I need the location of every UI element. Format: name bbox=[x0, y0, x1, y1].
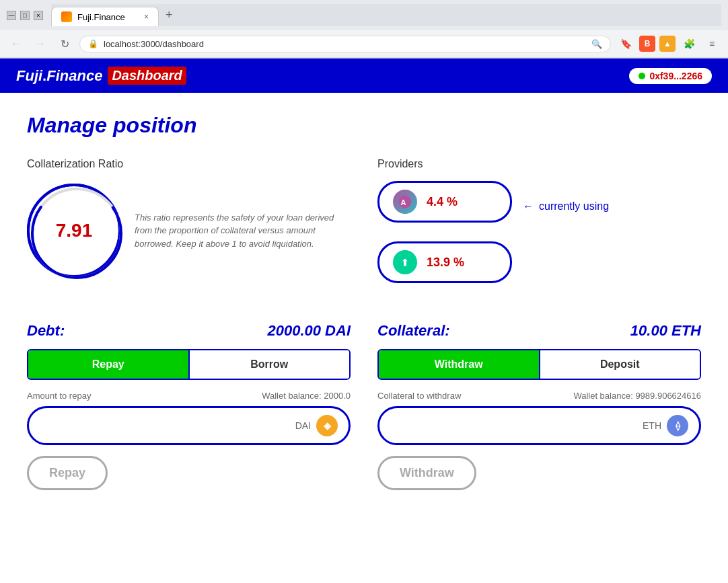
providers-label: Providers bbox=[377, 158, 701, 170]
eth-symbol: ETH bbox=[643, 420, 661, 431]
tab-title: Fuji.Finance bbox=[77, 12, 125, 22]
collateral-section: Collateral: 10.00 ETH Withdraw Deposit C… bbox=[377, 322, 701, 490]
search-icon: 🔍 bbox=[591, 39, 602, 49]
address-text: localhost:3000/dashboard bbox=[104, 39, 586, 49]
ratio-section: 7.91 This ratio represents the safety of… bbox=[27, 184, 351, 278]
new-tab-button[interactable]: + bbox=[159, 4, 180, 26]
compound-logo-svg bbox=[398, 255, 412, 270]
currently-using-arrow: ← bbox=[523, 200, 534, 212]
collateral-value: 10.00 ETH bbox=[630, 322, 701, 340]
collateral-toggle-group: Withdraw Deposit bbox=[377, 349, 701, 380]
provider-row-compound: 13.9 % bbox=[377, 241, 701, 293]
currently-using-indicator: ← currently using bbox=[523, 200, 609, 212]
app-logo: Fuji.Finance Dashboard bbox=[16, 67, 186, 85]
wallet-badge[interactable]: 0xf39...2266 bbox=[629, 68, 712, 84]
main-content: Manage position Collaterization Ratio 7.… bbox=[0, 93, 728, 510]
debt-header: Debt: 2000.00 DAI bbox=[27, 322, 351, 340]
brave-alert-icon[interactable]: ▲ bbox=[659, 36, 676, 52]
maximize-button[interactable]: □ bbox=[20, 11, 30, 20]
window-controls: — □ × bbox=[7, 11, 43, 20]
browser-chrome: — □ × Fuji.Finance × + ← → ↻ 🔒 localhost… bbox=[0, 0, 728, 59]
forward-button[interactable]: → bbox=[31, 34, 50, 53]
debt-amount-input[interactable] bbox=[40, 420, 295, 432]
ratio-gauge-svg bbox=[23, 180, 131, 287]
debt-section: Debt: 2000.00 DAI Repay Borrow Amount to… bbox=[27, 322, 351, 490]
collateral-label: Collateral: bbox=[377, 322, 450, 340]
ratio-description: This ratio represents the safety of your… bbox=[135, 211, 351, 251]
bookmark-button[interactable]: 🔖 bbox=[616, 34, 635, 53]
reload-button[interactable]: ↻ bbox=[55, 34, 74, 53]
collateral-input-wrapper[interactable]: ETH ⟠ bbox=[377, 406, 701, 445]
svg-text:A: A bbox=[401, 198, 406, 206]
logo-dashboard: Dashboard bbox=[108, 67, 186, 85]
top-grid: Collaterization Ratio 7.91 This ratio re… bbox=[27, 158, 701, 302]
nav-bar: ← → ↻ 🔒 localhost:3000/dashboard 🔍 🔖 B ▲… bbox=[0, 30, 728, 58]
collateral-wallet-balance: Wallet balance: 9989.906624616 bbox=[573, 391, 701, 401]
aave-rate: 4.4 % bbox=[427, 195, 458, 209]
minimize-button[interactable]: — bbox=[7, 11, 16, 20]
providers-section: Providers A 4.4 % ← currently using bbox=[377, 158, 701, 302]
active-tab[interactable]: Fuji.Finance × bbox=[51, 7, 159, 26]
withdraw-action-button[interactable]: Withdraw bbox=[377, 456, 476, 490]
eth-icon: ⟠ bbox=[667, 415, 688, 436]
compound-rate: 13.9 % bbox=[427, 256, 464, 270]
provider-card-aave[interactable]: A 4.4 % bbox=[377, 181, 512, 223]
menu-button[interactable]: ≡ bbox=[702, 34, 721, 53]
debt-toggle-group: Repay Borrow bbox=[27, 349, 351, 380]
collateral-input-labels: Collateral to withdraw Wallet balance: 9… bbox=[377, 391, 701, 401]
page-title: Manage position bbox=[27, 113, 701, 138]
borrow-button[interactable]: Borrow bbox=[188, 350, 350, 379]
tab-close-button[interactable]: × bbox=[144, 12, 149, 22]
brave-shield-icon[interactable]: B bbox=[639, 36, 655, 52]
provider-card-compound[interactable]: 13.9 % bbox=[377, 241, 512, 283]
nav-icons: 🔖 B ▲ 🧩 ≡ bbox=[616, 34, 721, 53]
address-bar[interactable]: 🔒 localhost:3000/dashboard 🔍 bbox=[79, 36, 611, 52]
debt-wallet-balance: Wallet balance: 2000.0 bbox=[262, 391, 351, 401]
wallet-address: 0xf39...2266 bbox=[649, 71, 702, 81]
app-header: Fuji.Finance Dashboard 0xf39...2266 bbox=[0, 59, 728, 93]
back-button[interactable]: ← bbox=[7, 34, 26, 53]
debt-input-wrapper[interactable]: DAI ◈ bbox=[27, 406, 351, 445]
repay-button[interactable]: Repay bbox=[28, 350, 188, 379]
debt-input-labels: Amount to repay Wallet balance: 2000.0 bbox=[27, 391, 351, 401]
debt-collateral-grid: Debt: 2000.00 DAI Repay Borrow Amount to… bbox=[27, 322, 701, 490]
debt-value: 2000.00 DAI bbox=[267, 322, 351, 340]
currently-using-text: currently using bbox=[539, 200, 609, 212]
wallet-connected-dot bbox=[639, 73, 645, 79]
withdraw-button[interactable]: Withdraw bbox=[379, 350, 539, 379]
collateralization-label: Collaterization Ratio bbox=[27, 158, 351, 170]
deposit-button[interactable]: Deposit bbox=[539, 350, 700, 379]
tab-favicon bbox=[61, 11, 72, 22]
lock-icon: 🔒 bbox=[88, 39, 98, 48]
aave-icon: A bbox=[393, 190, 417, 214]
dai-icon: ◈ bbox=[316, 415, 338, 436]
debt-label: Debt: bbox=[27, 322, 65, 340]
title-bar: — □ × Fuji.Finance × + bbox=[0, 0, 728, 30]
amount-to-repay-label: Amount to repay bbox=[27, 391, 91, 401]
close-window-button[interactable]: × bbox=[34, 11, 43, 20]
ratio-circle: 7.91 bbox=[27, 184, 121, 278]
extensions-button[interactable]: 🧩 bbox=[680, 34, 698, 53]
dai-symbol: DAI bbox=[295, 420, 311, 431]
compound-icon bbox=[393, 250, 417, 274]
collateral-to-withdraw-label: Collateral to withdraw bbox=[377, 391, 461, 401]
provider-row-aave: A 4.4 % ← currently using bbox=[377, 181, 701, 232]
collateral-header: Collateral: 10.00 ETH bbox=[377, 322, 701, 340]
collateralization-section: Collaterization Ratio 7.91 This ratio re… bbox=[27, 158, 351, 302]
tab-bar: Fuji.Finance × + bbox=[51, 4, 721, 26]
aave-logo-svg: A bbox=[398, 194, 412, 209]
logo-fuji: Fuji.Finance bbox=[16, 67, 102, 85]
repay-action-button[interactable]: Repay bbox=[27, 456, 108, 490]
collateral-amount-input[interactable] bbox=[390, 420, 643, 432]
